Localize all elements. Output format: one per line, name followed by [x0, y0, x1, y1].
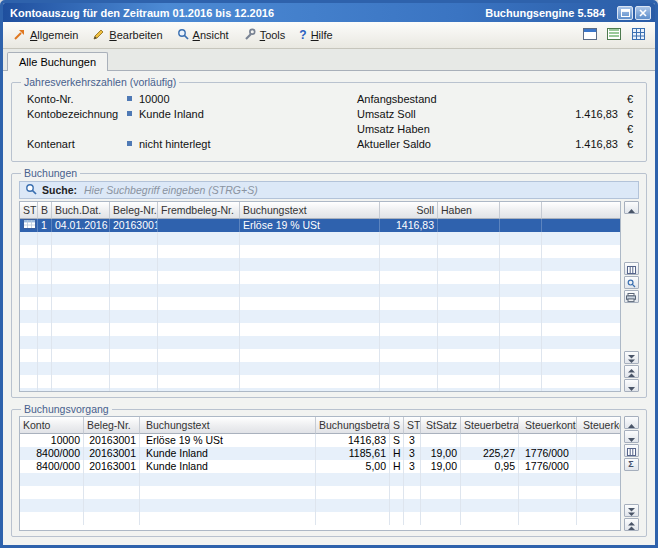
empty-row[interactable]: [20, 271, 620, 284]
column-header-b[interactable]: B: [38, 202, 52, 219]
vorgang-row[interactable]: 8400/000 20163001 Kunde Inland 5,00 H 3 …: [20, 460, 620, 473]
vorgang-row[interactable]: 10000 20163001 Erlöse 19 % USt 1416,83 S…: [20, 434, 620, 447]
empty-cell: [438, 375, 500, 388]
search-label: Suche:: [42, 184, 77, 196]
print-button[interactable]: [624, 290, 639, 303]
empty-row[interactable]: [20, 284, 620, 297]
tab-alle-buchungen[interactable]: Alle Buchungen: [7, 52, 108, 71]
empty-cell: [140, 499, 316, 512]
empty-cell: [438, 323, 500, 336]
export-table-button[interactable]: [604, 26, 624, 45]
search-bar[interactable]: Suche:: [19, 181, 639, 199]
cell-buchungstext: Erlöse 19 % USt: [140, 434, 316, 447]
toolbar-right: [580, 26, 651, 45]
empty-row[interactable]: [20, 323, 620, 336]
empty-row[interactable]: [20, 297, 620, 310]
empty-row[interactable]: [20, 310, 620, 323]
empty-cell: [38, 362, 52, 375]
empty-cell: [110, 323, 158, 336]
column-header-empty[interactable]: [500, 202, 542, 219]
scroll-up-button[interactable]: [624, 201, 639, 214]
empty-cell: [438, 245, 500, 258]
field-bullet: [127, 111, 132, 116]
column-header-buchungstext[interactable]: Buchungstext: [240, 202, 380, 219]
empty-row[interactable]: [20, 336, 620, 349]
cell-buchdat: 04.01.2016: [52, 219, 110, 232]
empty-row[interactable]: [20, 375, 620, 388]
column-header-stsatz[interactable]: StSatz: [421, 417, 461, 434]
column-header-steuerkonto1[interactable]: Steuerkonto 1: [519, 417, 577, 434]
empty-cell: [20, 271, 38, 284]
empty-row[interactable]: [20, 349, 620, 362]
summary-body: Konto-Nr. 10000 Kontobezeichnung Kunde I…: [19, 89, 639, 151]
titlebar[interactable]: Kontoauszug für den Zeitraum 01.2016 bis…: [3, 3, 655, 22]
column-header-fremdbelegnr[interactable]: Fremdbeleg-Nr.: [158, 202, 240, 219]
empty-cell: [158, 336, 240, 349]
empty-cell: [52, 297, 110, 310]
column-header-buchungstext[interactable]: Buchungstext: [140, 417, 316, 434]
cell-buchungstext: Erlöse 19 % USt: [240, 219, 380, 232]
menu-tools[interactable]: Tools: [237, 24, 294, 47]
open-window-button[interactable]: [580, 26, 600, 45]
column-header-soll[interactable]: Soll: [380, 202, 438, 219]
empty-cell: [438, 336, 500, 349]
search-input[interactable]: [82, 183, 633, 197]
empty-row[interactable]: [20, 499, 620, 512]
menu-ansicht[interactable]: Ansicht: [171, 24, 237, 46]
page-up-button[interactable]: [624, 518, 639, 531]
empty-row[interactable]: [20, 486, 620, 499]
menu-bearbeiten[interactable]: Bearbeiten: [86, 24, 170, 47]
empty-row[interactable]: [20, 388, 620, 392]
field-aktueller-saldo: Aktueller Saldo 1.416,83 €: [357, 136, 633, 151]
column-header-st[interactable]: ST: [20, 202, 38, 219]
empty-cell: [542, 323, 620, 336]
cell-steuerkonto2: [577, 447, 620, 460]
column-chooser-button[interactable]: [624, 444, 639, 457]
column-header-buchdat[interactable]: Buch.Dat.: [52, 202, 110, 219]
column-header-steuerbetrag[interactable]: Steuerbetrag: [461, 417, 519, 434]
empty-cell: [140, 486, 316, 499]
empty-cell: [52, 232, 110, 245]
menu-allgemein[interactable]: Allgemein: [7, 24, 86, 47]
empty-row[interactable]: [20, 232, 620, 245]
column-header-s[interactable]: S: [390, 417, 404, 434]
empty-cell: [110, 310, 158, 323]
column-header-belegnr[interactable]: Beleg-Nr.: [110, 202, 158, 219]
column-header-haben[interactable]: Haben: [438, 202, 500, 219]
close-button[interactable]: [635, 6, 651, 20]
cell-buchungstext: Kunde Inland: [140, 447, 316, 460]
empty-cell: [20, 297, 38, 310]
empty-cell: [38, 336, 52, 349]
grid-view-button[interactable]: [628, 26, 648, 45]
empty-cell: [500, 297, 542, 310]
field-kontobezeichnung: Kontobezeichnung Kunde Inland: [27, 106, 357, 121]
menu-hilfe[interactable]: ? Hilfe: [293, 25, 340, 45]
empty-cell: [38, 271, 52, 284]
bookings-group: Buchungen Suche: ST B Buch.Dat. Beleg-Nr…: [11, 167, 647, 398]
empty-cell: [461, 499, 519, 512]
empty-cell: [542, 258, 620, 271]
empty-cell: [542, 297, 620, 310]
empty-row[interactable]: [20, 512, 620, 525]
restore-button[interactable]: [617, 6, 633, 20]
empty-cell: [380, 323, 438, 336]
empty-row[interactable]: [20, 473, 620, 486]
booking-row[interactable]: 1 04.01.2016 20163001 Erlöse 19 % USt 14…: [20, 219, 620, 232]
empty-cell: [38, 258, 52, 271]
vorgang-row[interactable]: 8400/000 20163001 Kunde Inland 1185,61 H…: [20, 447, 620, 460]
column-header-steuerkonto2[interactable]: Steuerkonto 2: [577, 417, 620, 434]
scroll-down-button[interactable]: [624, 379, 639, 392]
column-header-buchungsbetrag[interactable]: Buchungsbetrag: [316, 417, 390, 434]
empty-cell: [240, 375, 380, 388]
empty-cell: [500, 258, 542, 271]
column-header-st[interactable]: ST: [404, 417, 421, 434]
empty-row[interactable]: [20, 245, 620, 258]
empty-cell: [542, 388, 620, 392]
column-header-belegnr[interactable]: Beleg-Nr.: [84, 417, 140, 434]
empty-cell: [461, 473, 519, 486]
empty-cell: [500, 245, 542, 258]
empty-row[interactable]: [20, 258, 620, 271]
column-header-konto[interactable]: Konto: [20, 417, 84, 434]
sum-row-button[interactable]: Σ: [624, 458, 639, 471]
empty-row[interactable]: [20, 362, 620, 375]
